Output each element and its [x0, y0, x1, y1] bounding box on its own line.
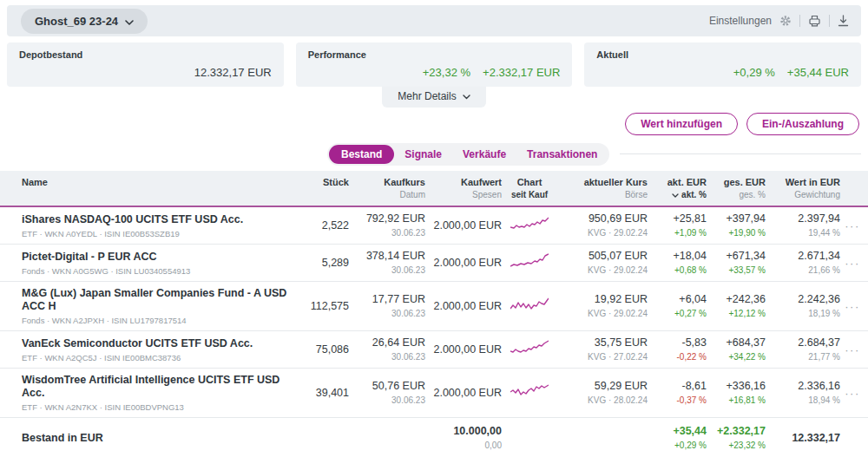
col-header-kaufkurs[interactable]: Kaufkurs Datum	[349, 177, 425, 200]
instrument-link[interactable]: M&G (Lux) Japan Smaller Companies Fund -…	[22, 287, 295, 313]
col-header-wert[interactable]: Wert in EUR Gewichtung	[766, 177, 840, 200]
col-header-akt-kurs[interactable]: aktueller Kurs Börse	[557, 177, 648, 200]
ges-pct-value: +12,12 %	[707, 309, 766, 319]
col-header-ges-eur[interactable]: ges. EUR ges. %	[707, 177, 766, 200]
table-row: Pictet-Digital - P EUR ACC Fonds · WKN A…	[0, 245, 868, 282]
boerse-value: KVG · 29.02.24	[557, 228, 648, 238]
ges-eur-value: +336,16	[707, 380, 766, 393]
datum-value: 30.06.23	[349, 352, 425, 362]
akt-pct-value: +0,27 %	[648, 309, 707, 319]
sparkline-chart[interactable]	[502, 216, 557, 235]
total-akt-eur: +35,44	[648, 425, 707, 438]
portfolio-name: Ghost_69 23-24	[35, 15, 118, 28]
performance-pct: +23,32 %	[423, 66, 470, 79]
gewichtung-value: 19,44 %	[766, 228, 840, 238]
tabs-row: Bestand Signale Verkäufe Transaktionen	[0, 143, 861, 165]
wert-value: 2.336,16	[766, 380, 840, 393]
ges-pct-value: +19,90 %	[707, 228, 766, 238]
instrument-link[interactable]: VanEck Semiconductor UCITS ETF USD Acc.	[22, 337, 295, 350]
tab-verkaeufe[interactable]: Verkäufe	[452, 145, 516, 164]
ges-eur-value: +684,37	[707, 336, 766, 349]
ges-pct-value: +33,57 %	[707, 265, 766, 276]
kaufkurs-value: 17,77 EUR	[349, 293, 425, 306]
datum-value: 30.06.23	[349, 395, 425, 406]
ges-eur-value: +397,94	[707, 212, 766, 225]
sparkline-chart[interactable]	[502, 383, 557, 402]
stueck-value: 2,522	[295, 219, 349, 232]
total-kaufwert: 10.000,00	[425, 425, 502, 438]
akt-eur-value: +6,04	[648, 293, 707, 306]
boerse-value: KVG · 29.02.24	[557, 309, 648, 319]
card-label: Aktuell	[596, 49, 849, 60]
more-details-button[interactable]: Mehr Details	[382, 87, 486, 108]
chevron-down-icon	[463, 90, 470, 102]
ges-eur-value: +671,34	[707, 250, 766, 263]
card-performance: Performance +23,32 % +2.332,17 EUR	[296, 42, 573, 87]
totals-label: Bestand in EUR	[22, 432, 295, 444]
payment-button[interactable]: Ein-/Auszahlung	[746, 113, 859, 135]
col-header-kaufwert[interactable]: Kaufwert Spesen	[425, 177, 502, 200]
akt-kurs-value: 35,75 EUR	[557, 336, 648, 349]
instrument-detail: Fonds · WKN A0G5WG · ISIN LU0340554913	[22, 266, 295, 276]
table-row: WisdomTree Artificial Intelligence UCITS…	[0, 369, 868, 418]
akt-eur-value: -5,83	[648, 336, 707, 349]
akt-pct-value: -0,22 %	[648, 352, 707, 362]
akt-pct-value: +0,68 %	[648, 265, 707, 276]
tab-bestand[interactable]: Bestand	[329, 145, 394, 164]
col-header-chart[interactable]: Chart seit Kauf	[502, 177, 557, 200]
add-value-button[interactable]: Wert hinzufügen	[625, 113, 738, 135]
ges-eur-value: +242,36	[707, 293, 766, 306]
sparkline-chart[interactable]	[502, 297, 557, 316]
portfolio-selector[interactable]: Ghost_69 23-24	[21, 9, 148, 34]
sparkline-chart[interactable]	[502, 340, 557, 359]
ges-pct-value: +34,22 %	[707, 352, 766, 362]
instrument-link[interactable]: WisdomTree Artificial Intelligence UCITS…	[22, 374, 295, 400]
row-menu-icon[interactable]: ···	[840, 219, 865, 232]
kaufwert-value: 2.000,00 EUR	[425, 219, 502, 232]
tab-transaktionen[interactable]: Transaktionen	[516, 145, 608, 164]
row-menu-icon[interactable]: ···	[840, 387, 865, 400]
table-row: iShares NASDAQ-100 UCITS ETF USD Acc. ET…	[0, 207, 868, 245]
download-icon[interactable]	[838, 15, 849, 27]
instrument-detail: ETF · WKN A2QC5J · ISIN IE00BMC38736	[22, 353, 295, 362]
row-menu-icon[interactable]: ···	[840, 300, 865, 313]
totals-row-bestand: Bestand in EUR 10.000,000,00 +35,44+0,29…	[0, 418, 868, 457]
akt-eur-value: +18,04	[648, 250, 707, 263]
kaufkurs-value: 792,92 EUR	[349, 212, 425, 225]
tab-bar: Bestand Signale Verkäufe Transaktionen	[327, 143, 609, 166]
gewichtung-value: 18,19 %	[766, 309, 840, 319]
tab-signale[interactable]: Signale	[394, 145, 452, 164]
wert-value: 2.397,94	[766, 212, 840, 225]
settings-area: Einstellungen	[709, 15, 849, 27]
akt-eur-value: -8,61	[648, 380, 707, 393]
akt-pct-value: +1,09 %	[648, 228, 707, 238]
instrument-detail: Fonds · WKN A2JPXH · ISIN LU1797817514	[22, 316, 295, 325]
stueck-value: 75,086	[295, 343, 349, 356]
col-header-stueck[interactable]: Stück	[295, 177, 349, 188]
datum-value: 30.06.23	[349, 265, 425, 276]
settings-label[interactable]: Einstellungen	[709, 15, 772, 27]
total-ges-eur: +2.332,17	[707, 425, 766, 438]
gear-icon[interactable]	[779, 15, 792, 27]
stueck-value: 5,289	[295, 257, 349, 270]
card-aktuell: Aktuell +0,29 % +35,44 EUR	[584, 42, 861, 87]
instrument-link[interactable]: Pictet-Digital - P EUR ACC	[22, 251, 295, 264]
row-menu-icon[interactable]: ···	[840, 257, 865, 270]
col-header-akt-eur[interactable]: akt. EUR akt. %	[648, 177, 707, 200]
col-header-name[interactable]: Name	[22, 177, 295, 188]
kaufwert-value: 2.000,00 EUR	[425, 257, 502, 270]
action-buttons: Wert hinzufügen Ein-/Auszahlung	[0, 108, 868, 135]
kaufwert-value: 2.000,00 EUR	[425, 387, 502, 400]
row-menu-icon[interactable]: ···	[840, 343, 865, 356]
sparkline-chart[interactable]	[502, 253, 557, 272]
aktuell-value: +35,44 EUR	[787, 66, 849, 79]
instrument-link[interactable]: iShares NASDAQ-100 UCITS ETF USD Acc.	[22, 213, 295, 226]
boerse-value: KVG · 28.02.24	[557, 395, 648, 406]
akt-kurs-value: 19,92 EUR	[557, 293, 648, 306]
table-header: Name Stück Kaufkurs Datum Kaufwert Spese…	[0, 171, 868, 207]
kaufkurs-value: 378,14 EUR	[349, 250, 425, 263]
print-icon[interactable]	[808, 15, 821, 27]
instrument-detail: ETF · WKN A2N7KX · ISIN IE00BDVPNG13	[22, 402, 295, 412]
stueck-value: 39,401	[295, 387, 349, 400]
card-label: Depotbestand	[19, 49, 272, 60]
